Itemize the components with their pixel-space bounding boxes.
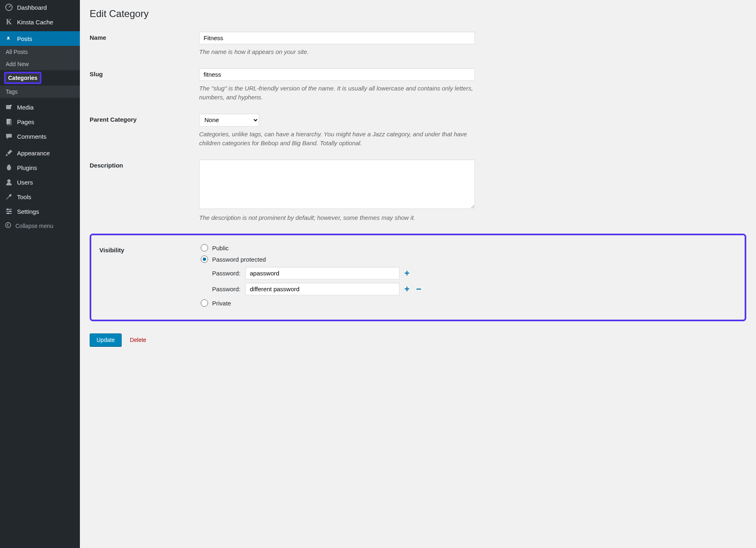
remove-password-button[interactable]: − xyxy=(415,284,423,294)
radio-icon-checked xyxy=(201,256,208,263)
main-content: Edit Category Name The name is how it ap… xyxy=(80,0,756,548)
sidebar-item-pages[interactable]: Pages xyxy=(0,114,80,129)
radio-label: Password protected xyxy=(212,256,266,263)
page-title: Edit Category xyxy=(90,8,746,19)
slug-input[interactable] xyxy=(199,68,475,81)
radio-icon xyxy=(201,244,208,251)
password-input-1[interactable] xyxy=(245,267,399,279)
svg-point-7 xyxy=(9,211,11,212)
description-textarea[interactable] xyxy=(199,159,475,209)
svg-point-5 xyxy=(7,179,11,183)
sub-item-label: Categories xyxy=(8,75,37,81)
sidebar-item-plugins[interactable]: Plugins xyxy=(0,160,80,175)
sidebar-item-label: Plugins xyxy=(17,164,37,171)
sidebar-item-label: Tools xyxy=(17,193,31,200)
radio-label: Private xyxy=(212,300,231,307)
visibility-section-highlighted: Visibility Public Password protected Pas… xyxy=(90,234,746,321)
sub-item-tags[interactable]: Tags xyxy=(0,86,80,98)
visibility-private-option[interactable]: Private xyxy=(201,299,477,307)
description-description: The description is not prominent by defa… xyxy=(199,213,475,223)
sidebar-item-media[interactable]: Media xyxy=(0,100,80,114)
update-button[interactable]: Update xyxy=(90,333,122,346)
sidebar-item-appearance[interactable]: Appearance xyxy=(0,146,80,160)
user-icon xyxy=(5,178,13,186)
sidebar-item-dashboard[interactable]: Dashboard xyxy=(0,0,80,15)
slug-description: The "slug" is the URL-friendly version o… xyxy=(199,84,475,102)
kinsta-icon: K xyxy=(5,18,13,26)
svg-point-2 xyxy=(10,105,12,106)
dashboard-icon xyxy=(5,3,13,11)
admin-sidebar: Dashboard K Kinsta Cache Posts All Posts… xyxy=(0,0,80,548)
sidebar-item-label: Appearance xyxy=(17,150,50,157)
add-password-button[interactable]: + xyxy=(403,268,411,279)
name-description: The name is how it appears on your site. xyxy=(199,47,475,57)
sidebar-item-label: Pages xyxy=(17,118,34,125)
parent-label: Parent Category xyxy=(90,114,199,123)
sidebar-item-users[interactable]: Users xyxy=(0,175,80,189)
sidebar-item-label: Media xyxy=(17,104,34,111)
sidebar-item-label: Users xyxy=(17,179,33,186)
brush-icon xyxy=(5,149,13,157)
description-label: Description xyxy=(90,159,199,169)
password-label: Password: xyxy=(212,270,241,277)
visibility-public-option[interactable]: Public xyxy=(201,244,477,251)
sidebar-item-kinsta[interactable]: K Kinsta Cache xyxy=(0,15,80,29)
collapse-label: Collapse menu xyxy=(15,223,53,229)
parent-description: Categories, unlike tags, can have a hier… xyxy=(199,130,475,148)
plug-icon xyxy=(5,163,13,172)
name-input[interactable] xyxy=(199,32,475,44)
radio-label: Public xyxy=(212,245,229,251)
sub-item-all-posts[interactable]: All Posts xyxy=(0,46,80,58)
visibility-label: Visibility xyxy=(91,244,201,254)
sidebar-item-label: Posts xyxy=(17,35,32,42)
media-icon xyxy=(5,103,13,111)
collapse-menu-button[interactable]: Collapse menu xyxy=(0,219,80,233)
wrench-icon xyxy=(5,193,13,201)
sidebar-item-label: Settings xyxy=(17,208,39,215)
sidebar-item-label: Kinsta Cache xyxy=(17,19,53,26)
add-password-button[interactable]: + xyxy=(403,284,411,294)
pin-icon xyxy=(5,34,13,43)
collapse-icon xyxy=(5,222,11,230)
svg-point-9 xyxy=(6,223,11,228)
svg-point-6 xyxy=(7,208,9,210)
slug-label: Slug xyxy=(90,68,199,77)
sidebar-item-tools[interactable]: Tools xyxy=(0,189,80,204)
svg-point-8 xyxy=(7,213,9,214)
sidebar-item-comments[interactable]: Comments xyxy=(0,129,80,144)
password-input-2[interactable] xyxy=(245,283,399,295)
sub-item-add-new[interactable]: Add New xyxy=(0,58,80,70)
visibility-protected-option[interactable]: Password protected xyxy=(201,256,477,263)
sidebar-item-label: Comments xyxy=(17,133,47,140)
delete-link[interactable]: Delete xyxy=(130,337,146,343)
sliders-icon xyxy=(5,207,13,215)
password-label: Password: xyxy=(212,286,241,292)
sidebar-item-posts[interactable]: Posts xyxy=(0,31,80,46)
sub-item-categories-highlighted[interactable]: Categories xyxy=(4,72,41,84)
radio-icon xyxy=(201,299,208,307)
pages-icon xyxy=(5,118,13,126)
sidebar-item-settings[interactable]: Settings xyxy=(0,204,80,219)
parent-select[interactable]: None xyxy=(199,114,259,127)
name-label: Name xyxy=(90,32,199,41)
sidebar-item-label: Dashboard xyxy=(17,4,47,11)
comments-icon xyxy=(5,132,13,140)
